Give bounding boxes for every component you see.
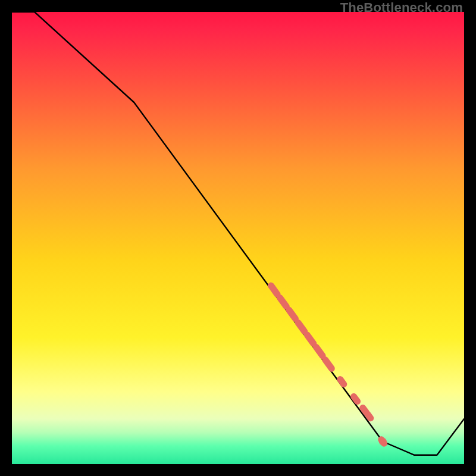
highlight-marker: [340, 380, 344, 384]
highlight-marker: [354, 397, 358, 402]
plot-area: [12, 12, 464, 464]
bottleneck-curve-chart: [12, 12, 464, 464]
chart-frame: TheBottleneck.com: [0, 0, 476, 476]
highlight-end-dot: [379, 438, 387, 446]
gradient-background: [12, 12, 464, 464]
highlight-marker: [368, 414, 371, 418]
